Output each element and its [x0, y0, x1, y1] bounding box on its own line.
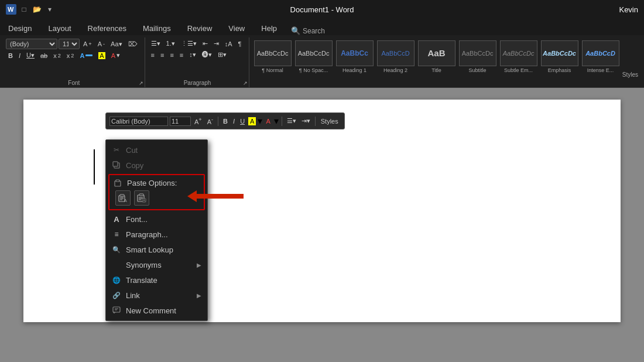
tab-design[interactable]: Design: [0, 22, 40, 35]
font-size-select[interactable]: 11 12 14: [59, 39, 80, 49]
bullet-list-btn[interactable]: ☰▾: [149, 39, 163, 49]
increase-indent-btn[interactable]: ⇥: [211, 39, 221, 49]
context-menu-new-comment[interactable]: New Comment: [106, 303, 207, 318]
font-grow-btn[interactable]: A+: [81, 39, 94, 49]
style-emphasis[interactable]: AaBbCcDc Emphasis: [540, 38, 580, 80]
font-group-label: Font: [4, 80, 145, 86]
font-group-expand-icon[interactable]: ↗: [139, 80, 143, 86]
context-menu-smart-lookup[interactable]: 🔍 Smart Lookup: [106, 242, 207, 257]
context-menu-link[interactable]: 🔗 Link ▶: [106, 288, 207, 303]
number-list-btn[interactable]: 1.▾: [164, 39, 177, 49]
line-spacing-btn[interactable]: ↕▾: [187, 50, 198, 60]
ribbon-toolbar: (Body) Calibri Arial 11 12 14 A+ A- Aa▾ …: [0, 35, 644, 88]
tab-mailings[interactable]: Mailings: [135, 22, 179, 35]
document-page[interactable]: A+ A- B I U A▾ A▾ ☰▾ ⇥▾ Styles ✂ Cut: [23, 100, 621, 322]
align-center-btn[interactable]: ≡: [158, 50, 166, 60]
underline-btn[interactable]: U▾: [24, 50, 37, 60]
title-bar-left-icons[interactable]: W □ 📂 ▾: [6, 4, 55, 15]
style-heading2[interactable]: AaBbCcD Heading 2: [376, 38, 416, 80]
subscript-btn[interactable]: x2: [51, 51, 63, 60]
paragraph-group-expand-icon[interactable]: ↗: [243, 80, 248, 86]
mini-font-color-btn[interactable]: A: [264, 117, 272, 125]
style-title-label: Title: [431, 67, 441, 73]
change-case-btn[interactable]: Aa▾: [108, 39, 124, 49]
paste-merge-format-btn[interactable]: A: [134, 190, 149, 206]
mini-underline-btn[interactable]: U: [238, 117, 246, 125]
context-menu-paragraph[interactable]: ≡ Paragraph...: [106, 227, 207, 242]
decrease-indent-btn[interactable]: ⇤: [200, 39, 210, 49]
context-menu-translate[interactable]: 🌐 Translate: [106, 272, 207, 288]
style-heading2-label: Heading 2: [383, 67, 407, 73]
svg-text:W: W: [8, 6, 14, 13]
style-subtle-em[interactable]: AaBbCcDc Subtle Em...: [499, 38, 539, 80]
align-left-btn[interactable]: ≡: [149, 50, 157, 60]
context-menu: ✂ Cut Copy: [105, 139, 208, 321]
mini-bold-btn[interactable]: B: [221, 117, 229, 125]
mini-font-select[interactable]: [109, 117, 168, 126]
multi-level-list-btn[interactable]: ⋮☰▾: [179, 39, 199, 49]
mini-indent-btn[interactable]: ⇥▾: [300, 117, 312, 125]
bold-btn[interactable]: B: [6, 51, 15, 60]
mini-font-size[interactable]: [170, 117, 191, 126]
font-color2-btn[interactable]: A▾: [109, 50, 122, 60]
mini-toolbar-divider: [218, 117, 218, 126]
font-color-btn[interactable]: A: [77, 51, 95, 60]
context-menu-font[interactable]: A Font...: [106, 211, 207, 227]
style-intense-em-preview: AaBbCcD: [582, 40, 619, 66]
tab-layout[interactable]: Layout: [40, 22, 79, 35]
style-no-space-label: ¶ No Spac...: [299, 67, 328, 73]
style-title[interactable]: AaB Title: [417, 38, 457, 80]
style-normal-label: ¶ Normal: [262, 67, 283, 73]
style-no-space[interactable]: AaBbCcDc ¶ No Spac...: [294, 38, 334, 80]
cut-icon: ✂: [112, 145, 121, 155]
mini-highlight-btn[interactable]: A: [248, 117, 256, 125]
mini-font-shrink-btn[interactable]: A-: [205, 116, 215, 126]
style-normal[interactable]: AaBbCcDc ¶ Normal: [253, 38, 293, 80]
font-family-select[interactable]: (Body) Calibri Arial: [6, 39, 57, 49]
superscript-btn[interactable]: x2: [64, 51, 77, 60]
open-icon[interactable]: 📂: [32, 4, 42, 15]
search-icon: 🔍: [291, 26, 300, 35]
tab-references[interactable]: References: [80, 22, 135, 35]
style-subtle-em-preview: AaBbCcDc: [500, 40, 537, 66]
style-emphasis-preview: AaBbCcDc: [541, 40, 578, 66]
mini-toolbar-divider3: [315, 117, 316, 126]
paste-options-label: Paste Options:: [113, 176, 200, 189]
svg-rect-13: [139, 194, 143, 196]
svg-rect-7: [120, 194, 124, 196]
title-bar-title: Document1 - Word: [290, 5, 354, 14]
justify-btn[interactable]: ≡: [177, 50, 186, 60]
tab-view[interactable]: View: [220, 22, 253, 35]
tab-help[interactable]: Help: [253, 22, 285, 35]
borders-btn[interactable]: ⊞▾: [215, 50, 229, 60]
show-marks-btn[interactable]: ¶: [236, 39, 244, 49]
mini-styles-btn[interactable]: Styles: [318, 117, 341, 125]
shading-btn[interactable]: 🅐▾: [200, 50, 214, 60]
font-menu-icon: A: [112, 214, 121, 224]
strikethrough-btn[interactable]: ab: [38, 51, 50, 60]
clear-format-btn[interactable]: ⌦: [126, 39, 140, 49]
link-arrow: ▶: [197, 292, 201, 299]
font-shrink-btn[interactable]: A-: [95, 39, 107, 49]
link-icon: 🔗: [112, 291, 121, 300]
mini-italic-btn[interactable]: I: [231, 117, 237, 125]
context-menu-cut[interactable]: ✂ Cut: [106, 142, 207, 158]
tab-review[interactable]: Review: [179, 22, 221, 35]
context-menu-copy[interactable]: Copy: [106, 158, 207, 173]
style-intense-em[interactable]: AaBbCcD Intense E...: [581, 38, 621, 80]
search-area[interactable]: 🔍 Search: [291, 26, 325, 35]
cut-label: Cut: [126, 146, 138, 155]
mini-bullet-btn[interactable]: ☰▾: [285, 117, 298, 125]
highlight-btn[interactable]: A: [96, 51, 107, 60]
style-subtitle[interactable]: AaBbCcDc Subtitle: [458, 38, 498, 80]
style-heading1[interactable]: AaBbCc Heading 1: [335, 38, 375, 80]
sort-btn[interactable]: ↕A: [222, 39, 235, 49]
mini-font-grow-btn[interactable]: A+: [193, 116, 204, 126]
italic-btn[interactable]: I: [16, 51, 23, 60]
context-menu-synonyms[interactable]: Synonyms ▶: [106, 257, 207, 272]
paste-keep-source-btn[interactable]: A: [115, 190, 131, 206]
new-icon[interactable]: □: [19, 4, 29, 15]
style-title-preview: AaB: [418, 40, 455, 66]
align-right-btn[interactable]: ≡: [167, 50, 176, 60]
more-icon[interactable]: ▾: [44, 4, 55, 15]
